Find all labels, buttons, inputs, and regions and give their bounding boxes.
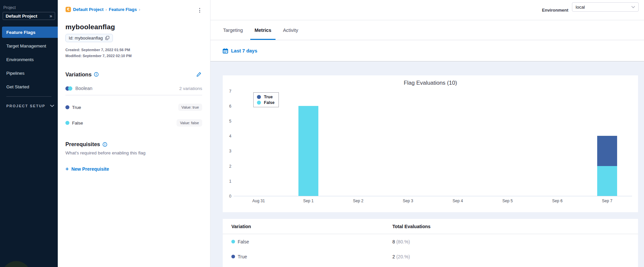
metrics-content: Flag Evaluations (10) TrueFalse 01234567… <box>210 61 644 267</box>
sidebar-divider <box>6 96 51 97</box>
flag-details-panel: Default Project › Feature Flags › mybool… <box>58 0 210 267</box>
y-axis-tick: 6 <box>229 104 231 109</box>
chart-category-slot <box>333 91 383 196</box>
x-axis-label: Sep 3 <box>383 199 433 203</box>
total-percent: (20.%) <box>396 254 410 259</box>
breadcrumb-separator: › <box>139 7 140 12</box>
variation-value-chip: Value: false <box>177 119 202 127</box>
variation-value-chip: Value: true <box>178 104 202 111</box>
project-setup-label: PROJECT SETUP <box>6 104 45 108</box>
bar-segment-false[interactable] <box>298 106 318 196</box>
table-row: False8 (80.%) <box>223 234 638 249</box>
sidebar-item-feature-flags[interactable]: Feature Flags <box>2 27 58 38</box>
flag-type-label: Boolean <box>75 86 92 91</box>
y-axis-tick: 3 <box>229 149 231 153</box>
y-axis-tick: 2 <box>229 164 231 169</box>
table-row: True2 (20.%) <box>223 249 638 264</box>
chart-category-slot <box>283 91 333 196</box>
table-header-total: Total Evaluations <box>392 224 629 229</box>
date-range-filter[interactable]: Last 7 days <box>210 40 644 61</box>
x-axis-label: Sep 2 <box>333 199 383 203</box>
tab-metrics[interactable]: Metrics <box>250 20 276 40</box>
flag-evaluations-chart: Flag Evaluations (10) TrueFalse 01234567… <box>223 75 638 212</box>
tab-bar: TargetingMetricsActivity <box>210 20 644 40</box>
table-total-cell: 8 (80.%) <box>392 239 629 244</box>
x-axis-label: Sep 4 <box>433 199 483 203</box>
variation-color-dot <box>231 240 235 243</box>
y-axis-tick: 7 <box>229 89 231 94</box>
evaluations-table: Variation Total Evaluations False8 (80.%… <box>223 219 638 267</box>
environment-select[interactable]: local <box>572 2 639 12</box>
flag-id-chip[interactable]: Id: mybooleanflag <box>65 34 113 42</box>
table-variation-cell: False <box>231 239 392 244</box>
chart-plot: Aug 31Sep 1Sep 2Sep 3Sep 4Sep 5Sep 6Sep … <box>234 91 632 196</box>
y-axis-tick: 4 <box>229 134 231 138</box>
plus-icon: + <box>65 166 69 172</box>
new-prerequisite-button[interactable]: + New Prerequisite <box>65 166 109 172</box>
feature-flags-module-icon <box>65 7 71 12</box>
breadcrumb-separator: › <box>106 7 107 12</box>
variation-name-group: False <box>65 121 83 126</box>
edit-variations-button[interactable] <box>196 71 202 78</box>
y-axis-tick: 0 <box>229 194 231 199</box>
info-icon[interactable] <box>94 72 99 77</box>
variation-row: FalseValue: false <box>65 119 202 127</box>
flag-created-date: Created: September 7, 2022 01:56 PM <box>65 48 202 52</box>
calendar-icon <box>223 48 228 53</box>
x-axis-label: Sep 5 <box>483 199 532 203</box>
total-count: 2 <box>392 254 396 259</box>
chart-category-slot <box>433 91 483 196</box>
tab-activity[interactable]: Activity <box>279 20 302 40</box>
info-icon[interactable] <box>103 142 107 147</box>
chevron-down-icon <box>631 6 635 8</box>
flag-title: mybooleanflag <box>65 23 202 31</box>
new-prerequisite-label: New Prerequisite <box>71 166 109 172</box>
environment-value: local <box>576 5 585 10</box>
project-setup-toggle[interactable]: PROJECT SETUP <box>6 104 58 108</box>
flag-options-menu-button[interactable] <box>197 7 202 14</box>
environment-label: Environment <box>542 8 568 13</box>
chart-category-slot <box>582 91 632 196</box>
chart-y-axis: 01234567 <box>223 91 232 196</box>
chart-category-slot <box>383 91 433 196</box>
variation-color-dot <box>231 255 235 258</box>
variations-heading: Variations <box>65 71 92 78</box>
metrics-main: Environment local TargetingMetricsActivi… <box>210 0 644 267</box>
variation-row: TrueValue: true <box>65 104 202 111</box>
copy-icon[interactable] <box>105 36 110 40</box>
tab-targeting[interactable]: Targeting <box>219 20 247 40</box>
sidebar-item-target-management[interactable]: Target Management <box>0 40 58 51</box>
total-percent: (80.%) <box>396 239 410 244</box>
x-axis-label: Sep 6 <box>532 199 582 203</box>
prerequisites-description: What's required before enabling this fla… <box>65 150 202 155</box>
table-total-cell: 2 (20.%) <box>392 254 629 259</box>
sidebar-nav: Feature FlagsTarget ManagementEnvironmen… <box>0 27 58 92</box>
project-label: Project <box>3 5 58 10</box>
bar-segment-false[interactable] <box>597 166 617 196</box>
chart-category-slot <box>234 91 283 196</box>
y-axis-tick: 1 <box>229 179 231 184</box>
prerequisites-heading: Prerequisites <box>65 141 100 147</box>
variation-name: True <box>72 105 81 110</box>
sidebar-item-pipelines[interactable]: Pipelines <box>0 67 58 79</box>
x-axis-label: Aug 31 <box>234 199 283 203</box>
flag-modified-date: Modified: September 7, 2022 02:10 PM <box>65 54 202 58</box>
breadcrumb-project-link[interactable]: Default Project <box>73 7 104 12</box>
bar-segment-true[interactable] <box>597 136 617 166</box>
sidebar-item-environments[interactable]: Environments <box>0 54 58 65</box>
chart-category-slot <box>532 91 582 196</box>
table-variation-name: True <box>238 254 247 259</box>
variation-color-dot <box>65 121 69 125</box>
double-chevron-icon: » <box>49 13 52 19</box>
breadcrumb-feature-flags-link[interactable]: Feature Flags <box>109 7 137 12</box>
x-axis-label: Sep 1 <box>283 199 333 203</box>
chart-title: Flag Evaluations (10) <box>223 75 638 86</box>
x-axis-label: Sep 7 <box>582 199 632 203</box>
sidebar: Project Default Project » Feature FlagsT… <box>0 0 58 267</box>
table-header-variation: Variation <box>231 224 392 229</box>
variations-list: TrueValue: trueFalseValue: false <box>65 104 202 127</box>
sidebar-item-get-started[interactable]: Get Started <box>0 81 58 92</box>
help-bubble[interactable] <box>2 261 31 267</box>
variation-name-group: True <box>65 105 81 110</box>
project-selector[interactable]: Default Project » <box>3 12 55 20</box>
